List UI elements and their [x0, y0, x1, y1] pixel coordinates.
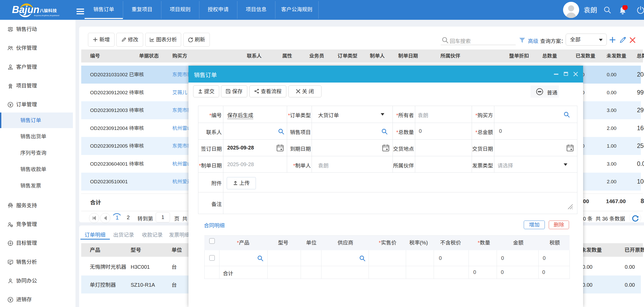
svg-text:八骏科技: 八骏科技: [40, 8, 57, 13]
svg-text:Anyone,Anytime,Anywhere!: Anyone,Anytime,Anywhere!: [34, 14, 59, 17]
svg-text:Bajun: Bajun: [12, 4, 40, 15]
